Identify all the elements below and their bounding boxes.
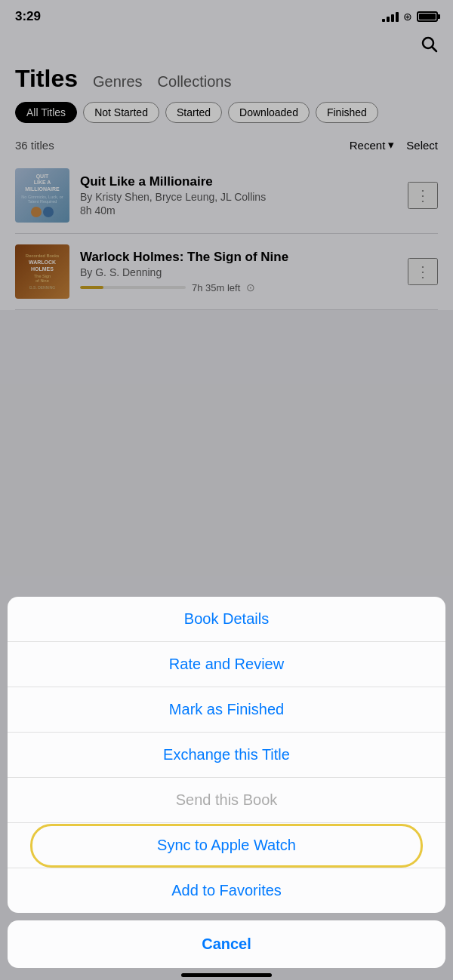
action-rate-review[interactable]: Rate and Review bbox=[8, 642, 445, 687]
action-sync-watch[interactable]: Sync to Apple Watch bbox=[8, 823, 445, 868]
action-book-details[interactable]: Book Details bbox=[8, 597, 445, 642]
action-exchange-title[interactable]: Exchange this Title bbox=[8, 733, 445, 778]
action-send-book[interactable]: Send this Book bbox=[8, 778, 445, 823]
home-indicator bbox=[181, 973, 272, 977]
action-sheet: Book Details Rate and Review Mark as Fin… bbox=[8, 597, 445, 913]
cancel-button[interactable]: Cancel bbox=[8, 920, 445, 968]
action-mark-finished[interactable]: Mark as Finished bbox=[8, 687, 445, 733]
action-sheet-container: Book Details Rate and Review Mark as Fin… bbox=[0, 597, 453, 980]
cancel-sheet: Cancel bbox=[8, 920, 445, 968]
action-add-favorites[interactable]: Add to Favorites bbox=[8, 868, 445, 913]
